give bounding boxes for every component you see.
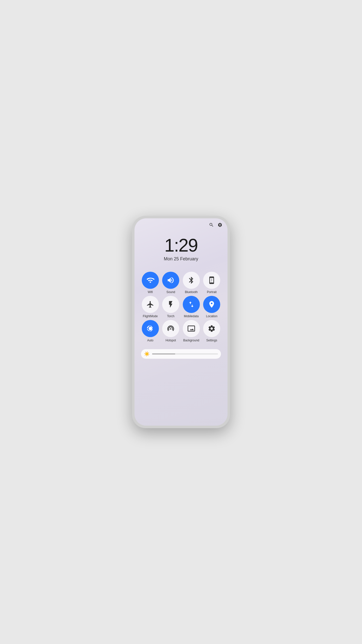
settings-button[interactable] — [203, 320, 220, 337]
gear-icon[interactable] — [217, 222, 222, 229]
sound-label: Sound — [166, 290, 175, 294]
location-button[interactable] — [203, 296, 220, 313]
control-flightmode[interactable]: FlightMode — [141, 296, 160, 318]
torch-button[interactable] — [162, 296, 179, 313]
control-auto[interactable]: Auto — [141, 320, 160, 342]
clock-date: Mon 25 February — [164, 256, 198, 262]
auto-label: Auto — [147, 339, 153, 342]
phone-screen: 1:29 Mon 25 February Wifi — [134, 218, 228, 426]
control-wifi[interactable]: Wifi — [141, 272, 160, 294]
clock-section: 1:29 Mon 25 February — [140, 236, 222, 262]
brightness-bar[interactable]: ☀️ — [141, 349, 221, 359]
hotspot-label: Hotspot — [166, 339, 176, 342]
control-background[interactable]: Background — [182, 320, 201, 342]
controls-grid: Wifi Sound — [140, 272, 222, 342]
flightmode-button[interactable] — [142, 296, 159, 313]
brightness-sun-icon: ☀️ — [144, 351, 150, 357]
bluetooth-label: Bluetooth — [185, 290, 198, 294]
control-torch[interactable]: Torch — [161, 296, 181, 318]
portrait-label: Portrait — [207, 290, 217, 294]
wifi-button[interactable] — [142, 272, 159, 289]
brightness-section: ☀️ — [140, 349, 222, 359]
search-icon[interactable] — [209, 222, 214, 229]
top-bar — [140, 222, 222, 229]
wifi-label: Wifi — [148, 290, 153, 294]
phone-outer: 1:29 Mon 25 February Wifi — [132, 216, 230, 428]
flightmode-label: FlightMode — [143, 314, 158, 318]
brightness-fill — [152, 353, 175, 354]
bluetooth-button[interactable] — [183, 272, 200, 289]
sound-button[interactable] — [162, 272, 179, 289]
control-hotspot[interactable]: Hotspot — [161, 320, 181, 342]
control-location[interactable]: Location — [202, 296, 222, 318]
mobiledata-button[interactable] — [183, 296, 200, 313]
location-label: Location — [206, 314, 217, 318]
hotspot-button[interactable] — [162, 320, 179, 337]
control-sound[interactable]: Sound — [161, 272, 181, 294]
brightness-track[interactable] — [152, 353, 218, 354]
mobiledata-label: Mobiledata — [184, 314, 199, 318]
torch-label: Torch — [167, 314, 174, 318]
settings-label: Settings — [206, 339, 217, 342]
control-portrait[interactable]: Portrait — [202, 272, 222, 294]
clock-time: 1:29 — [164, 236, 198, 254]
background-button[interactable] — [183, 320, 200, 337]
portrait-button[interactable] — [203, 272, 220, 289]
control-bluetooth[interactable]: Bluetooth — [182, 272, 201, 294]
auto-button[interactable] — [142, 320, 159, 337]
control-settings[interactable]: Settings — [202, 320, 222, 342]
control-mobiledata[interactable]: Mobiledata — [182, 296, 201, 318]
background-label: Background — [183, 339, 199, 342]
